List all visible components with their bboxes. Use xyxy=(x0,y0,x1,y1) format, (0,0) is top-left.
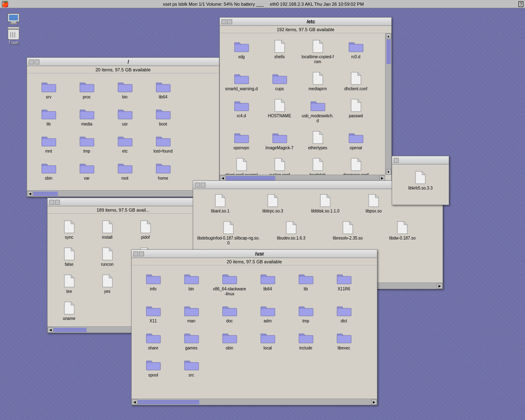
list-item[interactable]: src xyxy=(174,356,209,379)
list-item[interactable]: tee xyxy=(52,273,87,295)
scroll-hthumb[interactable] xyxy=(54,328,87,332)
scroll-right-btn[interactable]: ▶ xyxy=(371,399,377,405)
scroll-right-btn[interactable]: ▶ xyxy=(379,176,385,181)
list-item[interactable]: pidof xyxy=(128,219,163,241)
usr-zoom-button[interactable] xyxy=(139,251,144,256)
etc-close-button[interactable] xyxy=(221,19,226,24)
list-item[interactable]: lib64 xyxy=(146,78,180,100)
lib-zoom-button[interactable] xyxy=(201,183,205,187)
bin-close-button[interactable] xyxy=(49,200,54,205)
list-item[interactable]: openal xyxy=(338,129,373,151)
list-item[interactable]: bin xyxy=(107,78,142,100)
list-item[interactable]: lib xyxy=(31,105,66,128)
list-item[interactable]: libtirpc.so.3 xyxy=(248,192,297,215)
root-zoom-button[interactable] xyxy=(34,59,39,64)
list-item[interactable]: usb_modeswitch.d xyxy=(300,97,335,124)
list-item[interactable]: tmp xyxy=(288,302,323,324)
list-item[interactable]: X11R6 xyxy=(326,270,361,297)
list-item[interactable]: cups xyxy=(262,70,297,92)
scroll-left-btn[interactable]: ◀ xyxy=(27,191,33,196)
list-item[interactable]: openvpn xyxy=(224,129,259,151)
list-item[interactable]: tmp xyxy=(69,132,104,155)
list-item[interactable]: sync xyxy=(52,219,87,241)
list-item[interactable]: x86_64-slackware-linux xyxy=(212,270,247,297)
list-item[interactable]: shells xyxy=(262,38,297,65)
list-item[interactable]: libkrb5.so.3.3 xyxy=(396,169,445,192)
list-item[interactable]: xdg xyxy=(224,38,259,65)
list-item[interactable]: spool xyxy=(136,356,171,379)
list-item[interactable]: share xyxy=(136,329,171,352)
list-item[interactable]: run xyxy=(31,187,66,190)
list-item[interactable]: media xyxy=(69,105,104,128)
list-item[interactable]: adm xyxy=(250,302,285,324)
list-item[interactable]: libresolv-2.35.so xyxy=(321,219,374,247)
list-item[interactable]: include xyxy=(288,329,323,352)
list-item[interactable]: uname xyxy=(52,300,87,322)
scroll-thumb[interactable] xyxy=(33,192,58,196)
scroll-up-btn[interactable]: ▲ xyxy=(386,33,391,39)
list-item[interactable]: libpsx.so xyxy=(353,192,394,215)
list-item[interactable]: yes xyxy=(90,273,125,295)
list-item[interactable]: info xyxy=(136,270,171,297)
scroll-left-btn[interactable]: ◀ xyxy=(48,327,53,333)
scroll-vthumb[interactable] xyxy=(386,39,391,64)
list-item[interactable]: libfdisk.so.1.1.0 xyxy=(301,192,350,215)
list-item[interactable]: proc xyxy=(69,78,104,100)
list-item[interactable]: X11 xyxy=(136,302,171,324)
list-item[interactable]: man xyxy=(174,302,209,324)
list-item[interactable]: bootptab xyxy=(300,156,335,175)
list-item[interactable]: var xyxy=(69,160,104,182)
list-item[interactable]: passwd xyxy=(338,97,373,124)
list-item[interactable]: srv xyxy=(31,78,66,100)
list-item[interactable]: lost+found xyxy=(146,132,180,155)
list-item[interactable]: local xyxy=(250,329,285,352)
list-item[interactable]: libdebuginfod-0.187.slibcap-ng.so.0 xyxy=(196,219,261,247)
list-item[interactable]: smartd_warning.d xyxy=(224,70,259,92)
list-item[interactable]: HOSTNAME xyxy=(262,97,297,124)
trash-icon[interactable]: Trash xyxy=(1,27,26,45)
list-item[interactable]: ImageMagick-7 xyxy=(262,129,297,151)
list-item[interactable]: libdw-0.187.so xyxy=(378,219,427,247)
list-item[interactable]: mnt xyxy=(31,132,66,155)
scroll-right-btn[interactable]: ▶ xyxy=(437,283,443,289)
list-item[interactable]: rc4.d xyxy=(224,97,259,124)
list-item[interactable]: home xyxy=(146,160,180,182)
list-item[interactable]: dict xyxy=(326,302,361,324)
computer-icon[interactable] xyxy=(1,12,26,26)
scroll-hthumb[interactable] xyxy=(226,176,275,180)
list-item[interactable]: usr xyxy=(107,105,142,128)
apple-menu[interactable]: 🍎 xyxy=(2,1,8,7)
list-item[interactable]: rc0.d xyxy=(338,38,373,65)
scroll-down-btn[interactable]: ▼ xyxy=(386,169,391,175)
list-item[interactable]: sbin xyxy=(212,329,247,352)
scroll-left-btn[interactable]: ◀ xyxy=(220,176,226,181)
bin-zoom-button[interactable] xyxy=(55,200,60,205)
list-item[interactable]: lib xyxy=(288,270,323,297)
list-item[interactable]: client.conf.example xyxy=(224,156,259,175)
scroll-hthumb[interactable] xyxy=(138,400,199,404)
scroll-left-btn[interactable]: ◀ xyxy=(132,399,137,405)
list-item[interactable]: dnsmasq.conf xyxy=(338,156,373,175)
list-item[interactable]: libexec xyxy=(326,329,361,352)
list-item[interactable]: boot xyxy=(146,105,180,128)
list-item[interactable]: sbin xyxy=(31,160,66,182)
root-close-button[interactable] xyxy=(29,59,34,64)
libkrb-close[interactable] xyxy=(394,158,399,163)
list-item[interactable]: bin xyxy=(174,270,209,297)
list-item[interactable]: root xyxy=(107,160,142,182)
list-item[interactable]: ethertypes xyxy=(300,129,335,151)
list-item[interactable]: mediaprm xyxy=(300,70,335,92)
list-item[interactable]: games xyxy=(174,329,209,352)
list-item[interactable]: false xyxy=(52,246,87,268)
usr-close-button[interactable] xyxy=(133,251,138,256)
list-item[interactable]: libudev.so.1.6.3 xyxy=(265,219,318,247)
list-item[interactable]: lib64 xyxy=(250,270,285,297)
list-item[interactable]: localtime-copied-from xyxy=(300,38,335,65)
list-item[interactable]: install xyxy=(90,219,125,241)
list-item[interactable]: doc xyxy=(212,302,247,324)
list-item[interactable]: syslog.conf xyxy=(262,156,297,175)
lib-close-button[interactable] xyxy=(195,183,200,187)
list-item[interactable]: dhclient.conf xyxy=(338,70,373,92)
list-item[interactable]: libanl.so.1 xyxy=(196,192,245,215)
list-item[interactable]: etc xyxy=(107,132,142,155)
